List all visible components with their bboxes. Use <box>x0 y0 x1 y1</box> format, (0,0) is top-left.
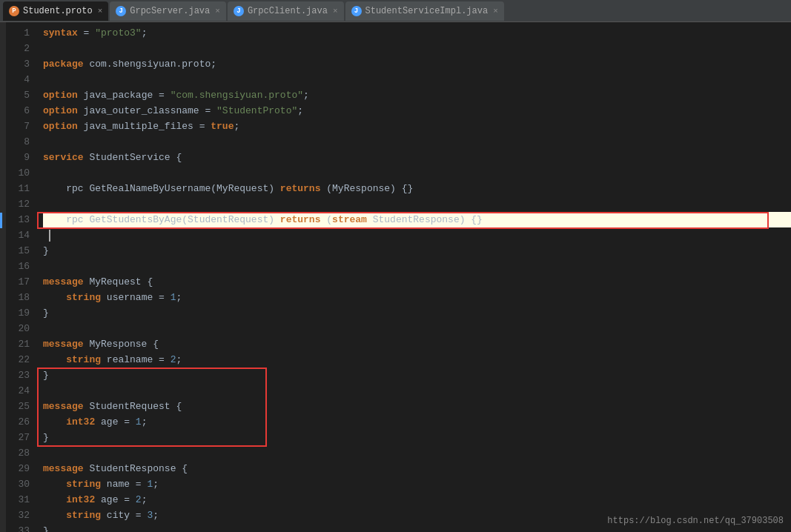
code-line-12 <box>43 196 791 212</box>
code-line-16 <box>43 259 791 274</box>
code-line-4 <box>43 72 791 87</box>
editor-area: 1234567891011121314151617181920212223242… <box>0 22 791 532</box>
code-line-13: rpc GetStudentsByAge(StudentRequest) ret… <box>43 212 791 227</box>
line-number-4: 4 <box>6 72 30 87</box>
code-line-28 <box>43 445 791 461</box>
line-number-3: 3 <box>6 56 30 72</box>
line-number-1: 1 <box>6 25 30 41</box>
line-number-15: 15 <box>6 243 30 259</box>
code-line-27: } <box>43 430 791 445</box>
code-line-17: message MyRequest { <box>43 274 791 290</box>
line-number-24: 24 <box>6 383 30 399</box>
tab-label-student-service-impl: StudentServiceImpl.java <box>365 6 489 16</box>
code-line-1: syntax = "proto3"; <box>43 25 791 41</box>
watermark: https://blog.csdn.net/qq_37903508 <box>607 516 784 526</box>
line-number-32: 32 <box>6 508 30 523</box>
line-number-5: 5 <box>6 87 30 103</box>
tab-student-proto[interactable]: PStudent.proto× <box>3 1 108 21</box>
tab-close-student-proto[interactable]: × <box>98 7 103 16</box>
line-number-7: 7 <box>6 119 30 134</box>
tab-close-student-service-impl[interactable]: × <box>493 7 498 16</box>
code-line-10 <box>43 165 791 181</box>
line-number-30: 30 <box>6 476 30 492</box>
tab-student-service-impl[interactable]: JStudentServiceImpl.java× <box>345 1 504 21</box>
code-line-21: message MyResponse { <box>43 336 791 352</box>
tab-label-grpc-client: GrpcClient.java <box>248 6 328 16</box>
line-number-8: 8 <box>6 134 30 150</box>
code-line-26: int32 age = 1; <box>43 414 791 430</box>
tab-bar: PStudent.proto×JGrpcServer.java×JGrpcCli… <box>0 0 791 22</box>
line-number-20: 20 <box>6 321 30 336</box>
tab-icon-student-service-impl: J <box>351 6 362 16</box>
code-line-5: option java_package = "com.shengsiyuan.p… <box>43 87 791 103</box>
tab-label-student-proto: Student.proto <box>23 6 93 16</box>
code-line-11: rpc GetRealNameByUsername(MyRequest) ret… <box>43 181 791 196</box>
tab-close-grpc-client[interactable]: × <box>333 7 338 16</box>
line-number-28: 28 <box>6 445 30 461</box>
line-number-19: 19 <box>6 305 30 321</box>
code-line-14 <box>43 227 791 243</box>
line-number-31: 31 <box>6 492 30 508</box>
code-line-15: } <box>43 243 791 259</box>
line-number-33: 33 <box>6 523 30 532</box>
code-line-29: message StudentResponse { <box>43 461 791 476</box>
code-line-23: } <box>43 368 791 383</box>
code-line-3: package com.shengsiyuan.proto; <box>43 56 791 72</box>
line-number-17: 17 <box>6 274 30 290</box>
line-number-26: 26 <box>6 414 30 430</box>
code-content: syntax = "proto3"; package com.shengsiyu… <box>37 22 791 532</box>
code-line-19: } <box>43 305 791 321</box>
tab-icon-student-proto: P <box>9 6 19 16</box>
line-number-23: 23 <box>6 368 30 383</box>
code-line-30: string name = 1; <box>43 476 791 492</box>
left-gutter-bar <box>0 22 6 532</box>
code-line-25: message StudentRequest { <box>43 399 791 414</box>
line-number-14: 14 <box>6 227 30 243</box>
code-line-2 <box>43 41 791 56</box>
line-number-13: 13 <box>6 212 30 227</box>
line-number-10: 10 <box>6 165 30 181</box>
line-number-22: 22 <box>6 352 30 368</box>
line-number-16: 16 <box>6 259 30 274</box>
line-number-18: 18 <box>6 290 30 305</box>
code-line-22: string realname = 2; <box>43 352 791 368</box>
line-number-9: 9 <box>6 150 30 165</box>
line-number-6: 6 <box>6 103 30 119</box>
line-number-12: 12 <box>6 196 30 212</box>
line-number-27: 27 <box>6 430 30 445</box>
text-cursor <box>49 230 50 242</box>
code-line-20 <box>43 321 791 336</box>
code-line-6: option java_outer_classname = "StudentPr… <box>43 103 791 119</box>
code-line-31: int32 age = 2; <box>43 492 791 508</box>
tab-icon-grpc-client: J <box>234 6 244 16</box>
tab-grpc-client[interactable]: JGrpcClient.java× <box>228 1 344 21</box>
line-number-29: 29 <box>6 461 30 476</box>
tab-close-grpc-server[interactable]: × <box>215 7 220 16</box>
tab-label-grpc-server: GrpcServer.java <box>130 6 210 16</box>
code-line-18: string username = 1; <box>43 290 791 305</box>
line-number-21: 21 <box>6 336 30 352</box>
code-line-7: option java_multiple_files = true; <box>43 119 791 134</box>
code-line-9: service StudentService { <box>43 150 791 165</box>
line-number-11: 11 <box>6 181 30 196</box>
tab-grpc-server[interactable]: JGrpcServer.java× <box>110 1 226 21</box>
tab-icon-grpc-server: J <box>116 6 126 16</box>
code-line-24 <box>43 383 791 399</box>
code-line-8 <box>43 134 791 150</box>
line-number-25: 25 <box>6 399 30 414</box>
line-numbers: 1234567891011121314151617181920212223242… <box>6 22 37 532</box>
line-number-2: 2 <box>6 41 30 56</box>
